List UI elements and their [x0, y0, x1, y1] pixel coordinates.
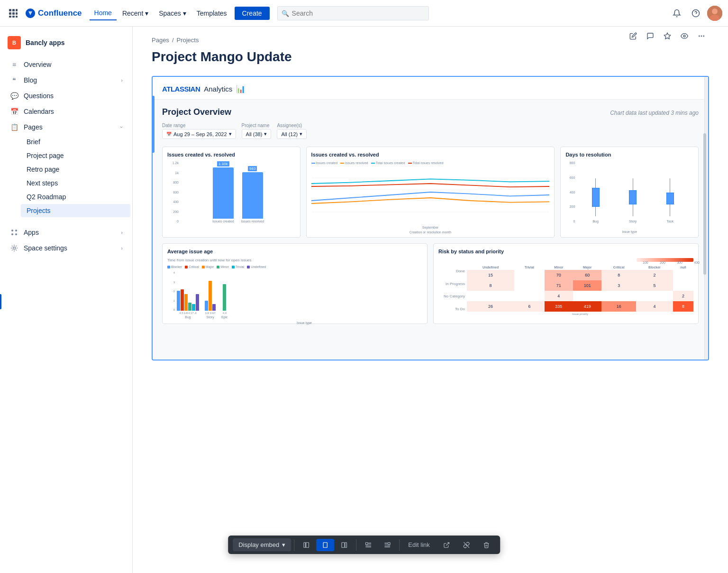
search-input[interactable] [277, 6, 429, 20]
embed-container[interactable]: ATLASSIAN Analytics 📊 Project Overview C… [152, 76, 709, 360]
delete-button[interactable] [477, 539, 495, 551]
edit-button[interactable] [626, 28, 641, 44]
open-external-button[interactable] [437, 539, 455, 551]
unlink-button[interactable] [457, 539, 475, 551]
notifications-button[interactable] [669, 6, 684, 21]
age-legend: Blocker Critical Major Minor Trivial Und… [167, 265, 422, 268]
line-chart-svg [311, 166, 550, 223]
project-value: All (38) [246, 131, 263, 137]
sidebar-item-next-steps[interactable]: Next steps [21, 176, 130, 190]
age-epic-label: Epic [221, 315, 228, 319]
sidebar-overview-label: Overview [24, 61, 51, 68]
svg-point-17 [15, 230, 17, 231]
issues-line-chart: Issues created vs. resolved Issues creat… [306, 147, 555, 238]
watch-button[interactable] [677, 28, 692, 44]
age-chart-bars: 43210 [167, 271, 422, 319]
sidebar-item-apps[interactable]: Apps › [2, 225, 130, 240]
search-container: 🔍 [277, 6, 467, 20]
embed-scrollbar-thumb[interactable] [703, 133, 706, 275]
heatmap-row-inprogress: 8 71 101 3 5 [467, 280, 693, 291]
more-actions-button[interactable] [694, 28, 709, 44]
project-select[interactable]: All (38) ▾ [242, 129, 272, 139]
align-center-button[interactable] [316, 539, 334, 551]
display-embed-label: Display embed [238, 541, 279, 548]
svg-rect-35 [365, 542, 368, 545]
svg-point-23 [699, 36, 700, 37]
sidebar-item-space-settings[interactable]: Space settings › [2, 240, 130, 256]
sidebar-item-brief[interactable]: Brief [21, 135, 130, 148]
align-left-button[interactable] [297, 539, 315, 551]
sidebar-item-blog[interactable]: ❝ Blog › [2, 73, 130, 88]
sidebar-item-questions[interactable]: 💬 Questions [2, 88, 130, 103]
wrap-right-button[interactable] [378, 539, 396, 551]
display-embed-chevron: ▾ [282, 541, 285, 548]
display-embed-button[interactable]: Display embed ▾ [233, 538, 291, 551]
age-story-label: Story [206, 315, 214, 319]
questions-icon: 💬 [9, 91, 19, 101]
grid-icon[interactable] [6, 6, 21, 21]
bar-group: 1.10k Issues created 983 Issues resolved [181, 161, 295, 232]
active-indicator [0, 294, 1, 309]
line-chart-x-label: September [422, 226, 438, 229]
breadcrumb: Pages / Projects [152, 27, 199, 47]
svg-point-20 [13, 247, 16, 250]
sidebar-questions-label: Questions [24, 92, 54, 100]
heatmap-header: Undefined Trivial Minor Major Critical B… [467, 265, 693, 270]
calendar-icon: 📅 [166, 132, 172, 137]
sidebar-item-pages[interactable]: 📋 Pages › [2, 120, 130, 135]
days-resolution-chart: Days to resolution 8006004002000 [560, 147, 699, 238]
heatmap-x-axis: Issue priority [467, 312, 693, 315]
align-buttons [297, 539, 353, 551]
breadcrumb-pages[interactable]: Pages [152, 37, 169, 44]
nav-spaces[interactable]: Spaces ▾ [154, 7, 191, 20]
avg-issue-age-chart: Average issue age Time from issue creati… [162, 243, 428, 324]
star-button[interactable] [660, 28, 675, 44]
bar-chart-area: 1.2k1k8006004002000 1.10k Issues created… [167, 161, 295, 232]
align-right-button[interactable] [335, 539, 353, 551]
nav-templates[interactable]: Templates [192, 7, 232, 20]
nav-home[interactable]: Home [90, 6, 117, 20]
pages-sub-nav: Brief Project page Retro page Next steps… [0, 135, 132, 217]
box-story-visual [629, 176, 637, 219]
top-navigation: Confluence Home Recent ▾ Spaces ▾ Templa… [0, 0, 728, 27]
space-header[interactable]: B Bancly apps [0, 32, 132, 53]
date-range-select[interactable]: 📅 Aug 29 – Sep 26, 2022 ▾ [162, 129, 236, 139]
bar-chart-title: Issues created vs. resolved [167, 152, 295, 157]
sidebar-item-project-page[interactable]: Project page [21, 149, 130, 162]
svg-rect-4 [12, 12, 15, 15]
svg-point-18 [11, 233, 13, 235]
wrap-left-button[interactable] [359, 539, 377, 551]
edit-link-button[interactable]: Edit link [402, 538, 436, 551]
sidebar-item-projects[interactable]: Projects [21, 204, 130, 217]
q2-roadmap-label: Q2 Roadmap [27, 193, 66, 201]
sidebar-item-overview[interactable]: ≡ Overview [2, 57, 130, 72]
sidebar-item-q2-roadmap[interactable]: Q2 Roadmap [21, 190, 130, 203]
breadcrumb-separator: / [172, 37, 174, 44]
line-chart-legend: Issues created Issues resolved Total iss… [311, 161, 550, 165]
brief-label: Brief [27, 138, 40, 146]
age-x-label: Issue type [177, 321, 432, 324]
issues-bar-chart: Issues created vs. resolved 1.2k1k800600… [162, 147, 300, 238]
assignee-select[interactable]: All (12) ▾ [277, 129, 307, 139]
user-avatar[interactable] [707, 6, 722, 21]
logo[interactable]: Confluence [25, 8, 82, 19]
svg-rect-30 [304, 542, 306, 547]
sidebar-item-retro-page[interactable]: Retro page [21, 163, 130, 176]
pages-icon: 📋 [9, 122, 19, 132]
pages-chevron: › [119, 126, 125, 128]
assignee-label: Assignee(s) [277, 123, 307, 128]
help-button[interactable] [688, 6, 703, 21]
date-range-value: Aug 29 – Sep 26, 2022 [173, 131, 227, 137]
box-story-label: Story [629, 220, 637, 223]
heatmap-container: Done In Progress No Category To Do [438, 265, 693, 315]
nav-recent[interactable]: Recent ▾ [118, 7, 153, 20]
sidebar-item-calendars[interactable]: 📅 Calendars [2, 104, 130, 119]
svg-rect-31 [306, 542, 309, 547]
edit-link-label: Edit link [408, 541, 430, 548]
create-button[interactable]: Create [235, 7, 270, 20]
box-bug: Bug [577, 176, 614, 223]
svg-rect-2 [16, 9, 18, 11]
age-bug-group: 4.53.84.17.4 Bug [177, 271, 199, 319]
space-settings-chevron: › [121, 245, 123, 251]
comment-button[interactable] [643, 28, 658, 44]
